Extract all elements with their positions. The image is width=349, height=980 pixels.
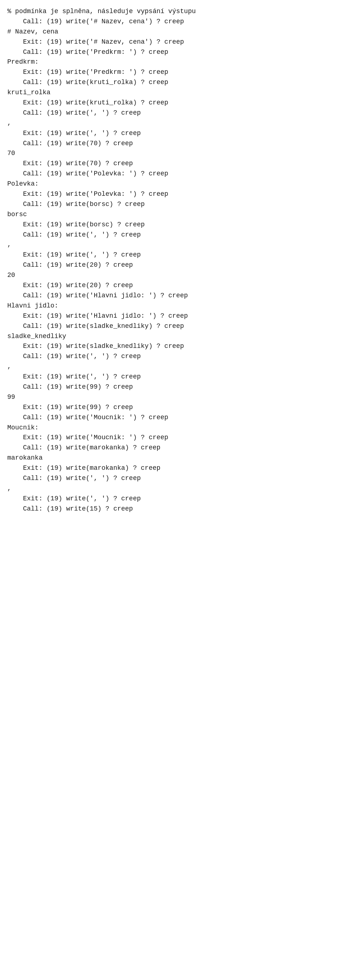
terminal-line: Call: (19) write(sladke_knedliky) ? cree…	[7, 321, 342, 331]
terminal-line: Exit: (19) write('Polevka: ') ? creep	[7, 189, 342, 199]
terminal-line: Exit: (19) write(99) ? creep	[7, 402, 342, 413]
terminal-line: borsc	[7, 210, 342, 220]
terminal-line: Exit: (19) write('Predkrm: ') ? creep	[7, 67, 342, 78]
terminal-line: Call: (19) write(70) ? creep	[7, 138, 342, 149]
terminal-line: Call: (19) write(99) ? creep	[7, 382, 342, 392]
terminal-line: Call: (19) write(', ') ? creep	[7, 473, 342, 484]
terminal-line: Call: (19) write(', ') ? creep	[7, 230, 342, 240]
terminal-line: Exit: (19) write(borsc) ? creep	[7, 220, 342, 230]
terminal-line: Hlavni jidlo:	[7, 301, 342, 311]
terminal-line: ,	[7, 118, 342, 129]
terminal-line: 99	[7, 392, 342, 402]
terminal-line: Call: (19) write(', ') ? creep	[7, 352, 342, 362]
terminal-line: kruti_rolka	[7, 88, 342, 98]
terminal-line: Exit: (19) write(20) ? creep	[7, 281, 342, 291]
terminal-line: Exit: (19) write(', ') ? creep	[7, 250, 342, 260]
terminal-line: Exit: (19) write('Moucnik: ') ? creep	[7, 433, 342, 443]
terminal-line: Exit: (19) write(sladke_knedliky) ? cree…	[7, 341, 342, 352]
terminal-line: Call: (19) write(borsc) ? creep	[7, 199, 342, 210]
terminal-line: sladke_knedliky	[7, 331, 342, 342]
terminal-line: ,	[7, 240, 342, 250]
terminal-line: Call: (19) write('Polevka: ') ? creep	[7, 169, 342, 179]
terminal-line: Call: (19) write('Hlavni jidlo: ') ? cre…	[7, 291, 342, 301]
terminal-line: 20	[7, 270, 342, 281]
terminal-line: Exit: (19) write(', ') ? creep	[7, 494, 342, 504]
terminal-line: ,	[7, 484, 342, 494]
terminal-line: Call: (19) write(20) ? creep	[7, 260, 342, 270]
terminal-line: Call: (19) write(kruti_rolka) ? creep	[7, 78, 342, 88]
terminal-line: Exit: (19) write(kruti_rolka) ? creep	[7, 98, 342, 108]
terminal-line: Exit: (19) write(', ') ? creep	[7, 129, 342, 138]
terminal-line: Call: (19) write(15) ? creep	[7, 504, 342, 514]
terminal-line: Predkrm:	[7, 57, 342, 67]
terminal-line: % podmínka je splněna, následuje vypsání…	[7, 6, 342, 17]
terminal-line: Exit: (19) write(', ') ? creep	[7, 372, 342, 382]
terminal-output: % podmínka je splněna, následuje vypsání…	[7, 6, 342, 514]
terminal-line: Polevka:	[7, 179, 342, 189]
terminal-line: Call: (19) write('Predkrm: ') ? creep	[7, 47, 342, 57]
terminal-line: Call: (19) write('Moucnik: ') ? creep	[7, 413, 342, 423]
terminal-line: Moucnik:	[7, 423, 342, 433]
terminal-line: # Nazev, cena	[7, 27, 342, 37]
terminal-line: Exit: (19) write('Hlavni jidlo: ') ? cre…	[7, 311, 342, 321]
terminal-line: Exit: (19) write(70) ? creep	[7, 159, 342, 169]
terminal-line: Exit: (19) write('# Nazev, cena') ? cree…	[7, 37, 342, 47]
terminal-line: Call: (19) write(marokanka) ? creep	[7, 443, 342, 453]
terminal-line: Call: (19) write('# Nazev, cena') ? cree…	[7, 17, 342, 27]
terminal-line: marokanka	[7, 453, 342, 463]
terminal-line: ,	[7, 362, 342, 372]
terminal-line: Call: (19) write(', ') ? creep	[7, 108, 342, 118]
terminal-line: 70	[7, 148, 342, 159]
terminal-line: Exit: (19) write(marokanka) ? creep	[7, 463, 342, 473]
